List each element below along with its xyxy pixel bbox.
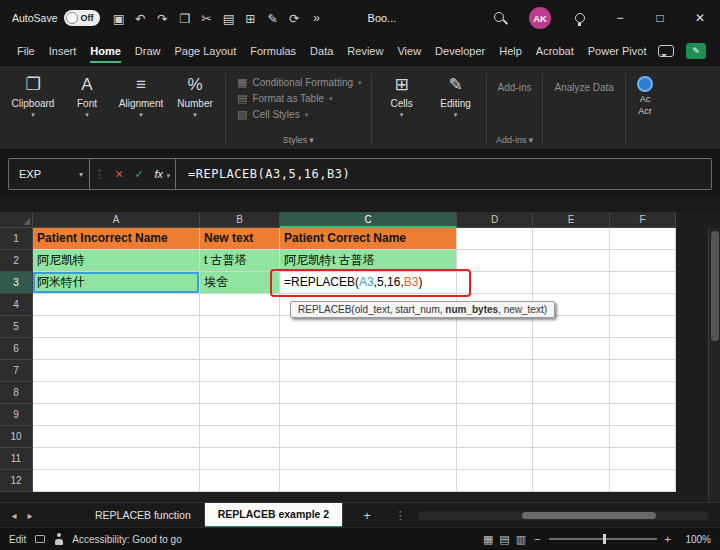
- cell-C12[interactable]: [280, 470, 457, 492]
- formula-input[interactable]: =REPLACEB(A3,5,16,B3): [176, 167, 350, 181]
- column-header-D[interactable]: D: [457, 212, 533, 228]
- menu-tab-view[interactable]: View: [390, 36, 428, 66]
- cell-E3[interactable]: [533, 272, 610, 294]
- cell-E1[interactable]: [533, 228, 610, 250]
- styles-item-cell-styles[interactable]: ▧Cell Styles▾: [237, 108, 362, 121]
- cell-F7[interactable]: [610, 360, 676, 382]
- menu-tab-data[interactable]: Data: [303, 36, 340, 66]
- row-header-9[interactable]: 9: [0, 404, 33, 426]
- cell-C3[interactable]: =REPLACEB(A3,5,16,B3): [280, 272, 457, 294]
- cell-B10[interactable]: [200, 426, 280, 448]
- horizontal-scrollbar[interactable]: [418, 511, 708, 520]
- cell-F12[interactable]: [610, 470, 676, 492]
- share-editing-icon[interactable]: ✎: [686, 43, 706, 59]
- analyze-data-button[interactable]: Analyze Data: [546, 68, 621, 93]
- copy-icon[interactable]: ❐: [174, 11, 196, 26]
- sheet-nav-right-icon[interactable]: ▸: [22, 510, 38, 521]
- cell-B7[interactable]: [200, 360, 280, 382]
- select-all-corner[interactable]: [0, 212, 33, 228]
- table-icon[interactable]: ⊞: [240, 11, 262, 26]
- cell-C8[interactable]: [280, 382, 457, 404]
- cell-F6[interactable]: [610, 338, 676, 360]
- cell-D6[interactable]: [457, 338, 533, 360]
- cell-C5[interactable]: [280, 316, 457, 338]
- acrobat-addin-button[interactable]: Ac Acr: [629, 68, 661, 149]
- row-header-12[interactable]: 12: [0, 470, 33, 492]
- account-button[interactable]: AK: [520, 0, 560, 36]
- cell-E6[interactable]: [533, 338, 610, 360]
- horizontal-scrollbar-thumb[interactable]: [522, 512, 656, 519]
- cell-D11[interactable]: [457, 448, 533, 470]
- sheet-tab-replaceb-example-2[interactable]: REPLACEB example 2: [205, 503, 343, 528]
- row-header-8[interactable]: 8: [0, 382, 33, 404]
- zoom-out-button[interactable]: −: [534, 533, 540, 545]
- sheet-overflow-icon[interactable]: ⋮: [395, 509, 406, 522]
- menu-tab-home[interactable]: Home: [83, 36, 128, 66]
- styles-item-conditional-formatting[interactable]: ▦Conditional Formatting▾: [237, 76, 362, 89]
- page-layout-view-icon[interactable]: ▤: [499, 533, 509, 546]
- column-header-F[interactable]: F: [610, 212, 676, 228]
- redo-icon[interactable]: ↷: [152, 11, 174, 26]
- zoom-level[interactable]: 100%: [679, 534, 711, 545]
- zoom-slider-thumb[interactable]: [603, 534, 606, 544]
- cell-F5[interactable]: [610, 316, 676, 338]
- cell-F10[interactable]: [610, 426, 676, 448]
- normal-view-icon[interactable]: ▦: [483, 533, 493, 546]
- cell-B11[interactable]: [200, 448, 280, 470]
- cell-B1[interactable]: New text: [200, 228, 280, 250]
- cell-F8[interactable]: [610, 382, 676, 404]
- cut-icon[interactable]: ✂: [196, 11, 218, 26]
- column-header-A[interactable]: A: [33, 212, 200, 228]
- cell-A2[interactable]: 阿尼凯特: [33, 250, 200, 272]
- menu-tab-page-layout[interactable]: Page Layout: [167, 36, 243, 66]
- paste-icon[interactable]: ▤: [218, 11, 240, 26]
- cell-A6[interactable]: [33, 338, 200, 360]
- undo-icon[interactable]: ↶: [130, 11, 152, 26]
- row-header-3[interactable]: 3: [0, 272, 33, 294]
- cell-E11[interactable]: [533, 448, 610, 470]
- cell-E7[interactable]: [533, 360, 610, 382]
- cell-E5[interactable]: [533, 316, 610, 338]
- cell-D8[interactable]: [457, 382, 533, 404]
- format-painter-icon[interactable]: ✎: [262, 11, 284, 26]
- ideas-lightbulb-icon[interactable]: [560, 0, 600, 36]
- cell-B9[interactable]: [200, 404, 280, 426]
- cancel-icon[interactable]: ✕: [109, 168, 129, 181]
- ribbon-button-editing[interactable]: ✎Editing▾: [429, 68, 483, 149]
- page-break-view-icon[interactable]: ▥: [516, 533, 526, 546]
- cell-D2[interactable]: [457, 250, 533, 272]
- new-sheet-button[interactable]: +: [363, 508, 371, 523]
- cell-A9[interactable]: [33, 404, 200, 426]
- menu-tab-formulas[interactable]: Formulas: [243, 36, 303, 66]
- search-icon[interactable]: [480, 0, 520, 36]
- cell-A4[interactable]: [33, 294, 200, 316]
- row-header-11[interactable]: 11: [0, 448, 33, 470]
- row-header-1[interactable]: 1: [0, 228, 33, 250]
- ribbon-button-number[interactable]: %Number▾: [168, 68, 222, 149]
- cell-B5[interactable]: [200, 316, 280, 338]
- cell-F9[interactable]: [610, 404, 676, 426]
- row-header-7[interactable]: 7: [0, 360, 33, 382]
- column-header-B[interactable]: B: [200, 212, 280, 228]
- cell-F2[interactable]: [610, 250, 676, 272]
- cell-E8[interactable]: [533, 382, 610, 404]
- menu-tab-draw[interactable]: Draw: [128, 36, 168, 66]
- menu-tab-review[interactable]: Review: [340, 36, 390, 66]
- cell-A7[interactable]: [33, 360, 200, 382]
- refresh-icon[interactable]: ⟳: [284, 11, 306, 26]
- menu-tab-file[interactable]: File: [10, 36, 42, 66]
- column-header-C[interactable]: C: [280, 212, 457, 228]
- cell-E9[interactable]: [533, 404, 610, 426]
- menu-tab-help[interactable]: Help: [492, 36, 529, 66]
- cell-F3[interactable]: [610, 272, 676, 294]
- cell-A1[interactable]: Patient Incorrect Name: [33, 228, 200, 250]
- zoom-in-button[interactable]: +: [665, 533, 671, 545]
- column-header-E[interactable]: E: [533, 212, 610, 228]
- sheet-tab-replaceb-function[interactable]: REPLACEB function: [82, 503, 205, 528]
- zoom-slider[interactable]: [549, 538, 657, 540]
- macro-record-icon[interactable]: [35, 535, 45, 543]
- row-header-10[interactable]: 10: [0, 426, 33, 448]
- cell-B12[interactable]: [200, 470, 280, 492]
- cell-F4[interactable]: [610, 294, 676, 316]
- cell-F1[interactable]: [610, 228, 676, 250]
